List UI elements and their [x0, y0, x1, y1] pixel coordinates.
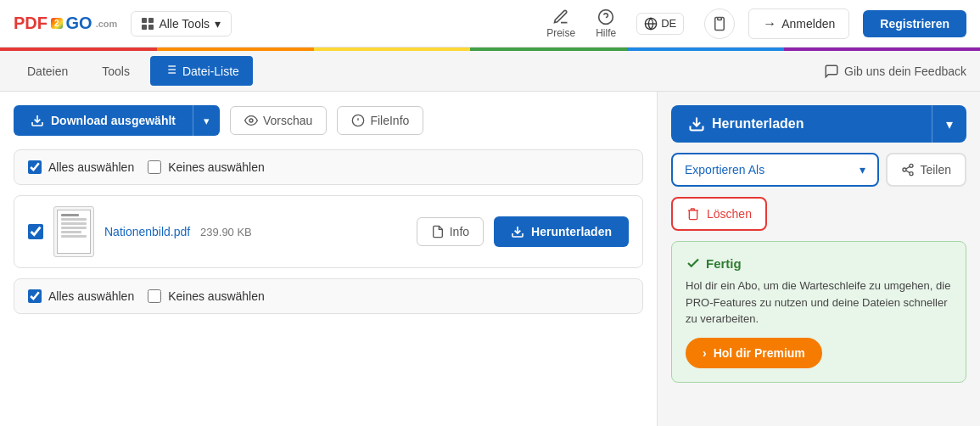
action-bar: Download ausgewählt ▾ Vorschau — [14, 105, 643, 136]
herunterladen-main-button[interactable]: Herunterladen — [671, 105, 932, 143]
tab-dateien-label: Dateien — [27, 64, 68, 78]
herunterladen-dropdown-button[interactable]: ▾ — [932, 105, 966, 143]
herunterladen-item-button[interactable]: Herunterladen — [494, 216, 629, 247]
fertig-title-label: Fertig — [706, 256, 742, 271]
download-ausgewaehlt-button[interactable]: Download ausgewählt — [14, 105, 193, 136]
logo-com: .com — [96, 19, 118, 29]
loeschen-button[interactable]: Löschen — [671, 197, 767, 231]
tab-datei-liste-label: Datei-Liste — [182, 64, 239, 78]
teilen-button[interactable]: Teilen — [886, 153, 966, 187]
herunterladen-main-label: Herunterladen — [712, 116, 804, 132]
share-icon — [901, 163, 915, 177]
check-icon — [686, 255, 701, 271]
svg-point-18 — [910, 164, 913, 167]
anmelden-button[interactable]: → Anmelden — [748, 8, 849, 39]
download-ausgewaehlt-label: Download ausgewählt — [51, 114, 176, 127]
fertig-box: Fertig Hol dir ein Abo, um die Warteschl… — [671, 241, 966, 383]
clipboard-button[interactable] — [704, 8, 735, 39]
download-dropdown-button[interactable]: ▾ — [193, 105, 220, 136]
right-panel: Herunterladen ▾ Exportieren Als ▾ Tei — [658, 92, 980, 426]
loeschen-label: Löschen — [707, 207, 752, 221]
alle-tools-label: Alle Tools — [159, 17, 210, 31]
premium-button[interactable]: › Hol dir Premium — [686, 338, 822, 368]
svg-rect-4 — [718, 17, 722, 20]
tab-datei-liste[interactable]: Datei-Liste — [150, 56, 253, 86]
chevron-down-icon: ▾ — [204, 115, 210, 127]
logo-pdf: PDF — [14, 14, 48, 33]
vorschau-button[interactable]: Vorschau — [230, 106, 327, 135]
file-info-icon — [431, 225, 445, 238]
info-label: Info — [450, 225, 469, 238]
feedback-button[interactable]: Gib uns dein Feedback — [824, 64, 966, 79]
clipboard-icon — [712, 16, 727, 31]
download-btn-group: Download ausgewählt ▾ — [14, 105, 220, 136]
trash-icon — [686, 207, 700, 221]
herunterladen-group: Herunterladen ▾ — [671, 105, 966, 143]
chevron-down-right-icon: ▾ — [946, 117, 953, 132]
vorschau-label: Vorschau — [263, 114, 312, 127]
left-panel: Download ausgewählt ▾ Vorschau — [0, 92, 658, 426]
keines-auswaehlen-top-checkbox[interactable] — [148, 160, 161, 174]
svg-line-22 — [906, 166, 910, 169]
nav-icon-group: Preise Hilfe DE — [546, 8, 735, 39]
anmelden-label: Anmelden — [781, 17, 835, 31]
file-item: Nationenbild.pdf 239.90 KB Info Herunter… — [14, 195, 643, 268]
exportieren-row: Exportieren Als ▾ Teilen — [671, 153, 966, 187]
list-icon — [164, 63, 177, 79]
alle-tools-button[interactable]: Alle Tools ▾ — [131, 11, 232, 36]
exportieren-als-select[interactable]: Exportieren Als ▾ — [671, 153, 879, 187]
file-info: Nationenbild.pdf 239.90 KB — [104, 225, 406, 238]
globe-icon — [644, 17, 658, 31]
tab-dateien[interactable]: Dateien — [14, 58, 81, 85]
chevron-right-icon: › — [703, 346, 707, 360]
premium-label: Hol dir Premium — [714, 346, 805, 360]
registrieren-label: Registrieren — [880, 17, 949, 31]
login-icon: → — [763, 16, 776, 31]
tab-tools[interactable]: Tools — [88, 58, 143, 85]
teilen-label: Teilen — [920, 163, 951, 177]
logo-badge: 2 — [51, 18, 63, 29]
alles-auswaehlen-bottom-checkbox[interactable] — [28, 289, 42, 303]
grid-icon — [142, 18, 154, 30]
chevron-down-exportieren-icon: ▾ — [860, 163, 865, 177]
download-icon — [31, 114, 44, 127]
top-nav: PDF 2 GO .com Alle Tools ▾ Preise — [0, 0, 980, 48]
info-circle-icon — [351, 114, 365, 127]
svg-point-12 — [249, 119, 253, 122]
file-size: 239.90 KB — [200, 226, 252, 238]
fertig-text: Hol dir ein Abo, um die Warteschleife zu… — [686, 277, 952, 328]
preise-nav-item[interactable]: Preise — [546, 8, 575, 39]
file-checkbox[interactable] — [28, 224, 43, 239]
logo-go: GO — [66, 14, 92, 33]
svg-line-21 — [906, 171, 910, 173]
fertig-title: Fertig — [686, 255, 952, 271]
alles-auswaehlen-top-checkbox[interactable] — [28, 160, 42, 174]
alles-auswaehlen-bottom-label[interactable]: Alles auswählen — [28, 289, 134, 303]
language-button[interactable]: DE — [636, 13, 684, 35]
hilfe-label: Hilfe — [596, 27, 616, 39]
eye-icon — [244, 114, 258, 127]
select-bar-top: Alles auswählen Keines auswählen — [14, 149, 643, 185]
file-name[interactable]: Nationenbild.pdf — [104, 225, 190, 238]
preise-label: Preise — [546, 27, 575, 39]
fileinfo-button[interactable]: FileInfo — [337, 106, 423, 135]
hilfe-nav-item[interactable]: Hilfe — [596, 8, 616, 39]
keines-auswaehlen-top-label[interactable]: Keines auswählen — [148, 160, 265, 174]
download-item-icon — [511, 225, 524, 238]
chevron-down-icon: ▾ — [215, 17, 221, 31]
keines-auswaehlen-bottom-label[interactable]: Keines auswählen — [148, 289, 265, 303]
logo: PDF 2 GO .com — [14, 14, 117, 33]
select-bar-bottom: Alles auswählen Keines auswählen — [14, 278, 643, 314]
second-nav: Dateien Tools Datei-Liste Gib uns dein F… — [0, 51, 980, 92]
svg-point-20 — [910, 172, 913, 176]
feedback-label: Gib uns dein Feedback — [844, 64, 966, 78]
registrieren-button[interactable]: Registrieren — [863, 10, 966, 37]
alles-auswaehlen-top-label[interactable]: Alles auswählen — [28, 160, 134, 174]
keines-auswaehlen-bottom-checkbox[interactable] — [148, 289, 161, 303]
fileinfo-label: FileInfo — [370, 114, 409, 127]
info-button[interactable]: Info — [417, 217, 484, 246]
tab-tools-label: Tools — [102, 64, 130, 78]
edit-icon — [552, 8, 569, 25]
download-right-icon — [688, 115, 705, 132]
help-icon — [597, 8, 614, 25]
